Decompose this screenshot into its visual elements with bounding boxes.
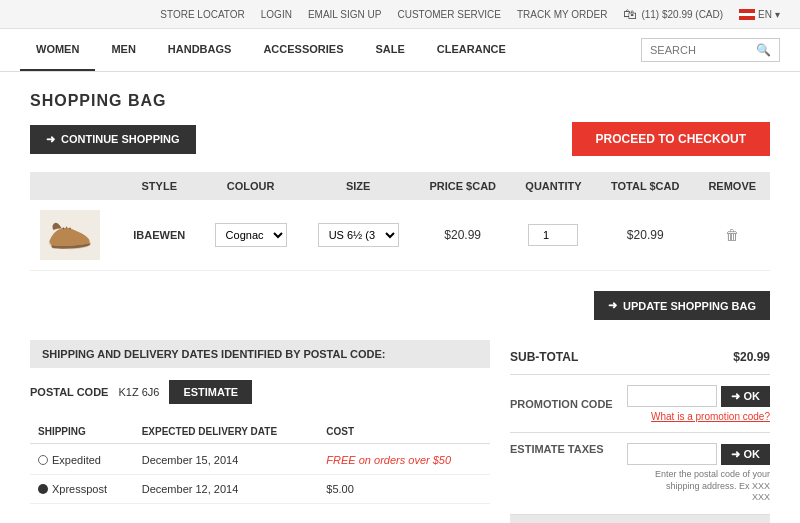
subtotal-value: $20.99: [733, 350, 770, 364]
promo-ok-button[interactable]: ➜ OK: [721, 386, 771, 407]
promo-label: PROMOTION CODE: [510, 398, 613, 410]
estimate-right: ➜ OK Enter the postal code of your shipp…: [627, 443, 771, 504]
arrow-est-icon: ➜: [731, 448, 740, 461]
subtotal-row: SUB-TOTAL $20.99: [510, 340, 770, 375]
col-size: SIZE: [302, 172, 415, 200]
product-image-cell: [30, 200, 119, 271]
shipping-option-expedited: Expedited December 15, 2014 FREE on orde…: [30, 444, 490, 475]
proceed-checkout-button-top[interactable]: PROCEED TO CHECKOUT: [572, 122, 770, 156]
shipping-options-table: SHIPPING EXPECTED DELIVERY DATE COST Exp…: [30, 420, 490, 504]
product-name: IBAEWEN: [129, 229, 189, 241]
estimate-postal-input[interactable]: [627, 443, 717, 465]
nav-item-women[interactable]: WOMEN: [20, 29, 95, 71]
shipping-col-method: SHIPPING: [30, 420, 134, 444]
col-style: STYLE: [119, 172, 199, 200]
estimate-button[interactable]: ESTIMATE: [169, 380, 252, 404]
page-title: SHOPPING BAG: [30, 92, 770, 110]
order-summary-panel: SUB-TOTAL $20.99 PROMOTION CODE ➜ OK Wha…: [510, 340, 770, 523]
nav-item-sale[interactable]: SALE: [359, 29, 420, 71]
shipping-col-cost: COST: [318, 420, 490, 444]
login-link[interactable]: LOGIN: [261, 9, 292, 20]
promo-link[interactable]: What is a promotion code?: [651, 411, 770, 422]
colour-select[interactable]: Cognac: [215, 223, 287, 247]
total-cell: $20.99: [596, 200, 695, 271]
search-button[interactable]: 🔍: [756, 43, 771, 57]
estimate-hint: Enter the postal code of your shipping a…: [650, 469, 770, 504]
size-select[interactable]: US 6½ (3: [318, 223, 399, 247]
product-name-cell: IBAEWEN: [119, 200, 199, 271]
size-cell: US 6½ (3: [302, 200, 415, 271]
nav-links: WOMEN MEN HANDBAGS ACCESSORIES SALE CLEA…: [20, 29, 522, 71]
shipping-panel: SHIPPING AND DELIVERY DATES IDENTIFIED B…: [30, 340, 490, 523]
shipping-date-xpresspost: December 12, 2014: [134, 475, 319, 504]
promo-code-input[interactable]: [627, 385, 717, 407]
action-bar: ➜ CONTINUE SHOPPING PROCEED TO CHECKOUT: [30, 122, 770, 156]
shipping-method-expedited: Expedited: [30, 444, 134, 475]
store-locator-link[interactable]: STORE LOCATOR: [160, 9, 244, 20]
main-nav: WOMEN MEN HANDBAGS ACCESSORIES SALE CLEA…: [0, 29, 800, 72]
remove-cell: 🗑: [695, 200, 771, 271]
shipping-option-xpresspost: Xpresspost December 12, 2014 $5.00: [30, 475, 490, 504]
col-remove: REMOVE: [695, 172, 771, 200]
estimate-ok-button[interactable]: ➜ OK: [721, 444, 771, 465]
promo-input-group: ➜ OK What is a promotion code?: [627, 385, 771, 422]
product-price: $20.99: [444, 228, 481, 242]
postal-row: POSTAL CODE K1Z 6J6 ESTIMATE: [30, 380, 490, 404]
update-bag-button[interactable]: ➜ UPDATE SHOPPING BAG: [594, 291, 770, 320]
quantity-cell: [511, 200, 596, 271]
colour-cell: Cognac: [199, 200, 302, 271]
shipping-cost-xpresspost: $5.00: [318, 475, 490, 504]
remove-item-button[interactable]: 🗑: [725, 227, 739, 243]
bottom-section: SHIPPING AND DELIVERY DATES IDENTIFIED B…: [30, 340, 770, 523]
quantity-input[interactable]: [528, 224, 578, 246]
cart-icon[interactable]: 🛍 (11) $20.99 (CAD): [623, 6, 723, 22]
radio-expedited[interactable]: [38, 455, 48, 465]
shipping-header: SHIPPING AND DELIVERY DATES IDENTIFIED B…: [30, 340, 490, 368]
radio-xpresspost[interactable]: [38, 484, 48, 494]
cart-info: (11) $20.99 (CAD): [641, 9, 723, 20]
subtotal-label: SUB-TOTAL: [510, 350, 578, 364]
shipping-method-xpresspost: Xpresspost: [30, 475, 134, 504]
email-signup-link[interactable]: EMAIL SIGN UP: [308, 9, 382, 20]
arrow-icon: ➜: [608, 299, 617, 312]
total-row: TOTAL $25.99: [510, 515, 770, 523]
promo-input-row: ➜ OK: [627, 385, 771, 407]
arrow-ok-icon: ➜: [731, 390, 740, 403]
col-image: [30, 172, 119, 200]
promo-row: PROMOTION CODE ➜ OK What is a promotion …: [510, 375, 770, 433]
bag-icon: 🛍: [623, 6, 637, 22]
price-cell: $20.99: [414, 200, 511, 271]
product-image: [40, 210, 100, 260]
cart-table: STYLE COLOUR SIZE PRICE $CAD QUANTITY TO…: [30, 172, 770, 271]
continue-shopping-button[interactable]: ➜ CONTINUE SHOPPING: [30, 125, 196, 154]
col-colour: COLOUR: [199, 172, 302, 200]
language-selector[interactable]: EN ▾: [739, 9, 780, 20]
estimate-row: ESTIMATE TAXES ➜ OK Enter the postal cod…: [510, 433, 770, 515]
top-bar: STORE LOCATOR LOGIN EMAIL SIGN UP CUSTOM…: [0, 0, 800, 29]
table-row: IBAEWEN Cognac US 6½ (3 $20.99: [30, 200, 770, 271]
flag-icon: [739, 9, 755, 20]
nav-item-men[interactable]: MEN: [95, 29, 151, 71]
postal-value: K1Z 6J6: [118, 386, 159, 398]
track-order-link[interactable]: TRACK MY ORDER: [517, 9, 607, 20]
arrow-right-icon: ➜: [46, 133, 55, 146]
estimate-input-row: ➜ OK: [627, 443, 771, 465]
shipping-cost-expedited: FREE on orders over $50: [318, 444, 490, 475]
search-box: 🔍: [641, 38, 780, 62]
main-content: SHOPPING BAG ➜ CONTINUE SHOPPING PROCEED…: [0, 72, 800, 523]
customer-service-link[interactable]: CUSTOMER SERVICE: [397, 9, 501, 20]
search-input[interactable]: [650, 44, 750, 56]
postal-label: POSTAL CODE: [30, 386, 108, 398]
nav-item-accessories[interactable]: ACCESSORIES: [247, 29, 359, 71]
nav-item-handbags[interactable]: HANDBAGS: [152, 29, 248, 71]
chevron-down-icon: ▾: [775, 9, 780, 20]
col-price: PRICE $CAD: [414, 172, 511, 200]
update-bar: ➜ UPDATE SHOPPING BAG: [30, 291, 770, 320]
shipping-date-expedited: December 15, 2014: [134, 444, 319, 475]
col-total: TOTAL $CAD: [596, 172, 695, 200]
nav-item-clearance[interactable]: CLEARANCE: [421, 29, 522, 71]
estimate-label: ESTIMATE TAXES: [510, 443, 604, 504]
shoe-illustration: [45, 216, 95, 254]
shipping-col-date: EXPECTED DELIVERY DATE: [134, 420, 319, 444]
col-quantity: QUANTITY: [511, 172, 596, 200]
